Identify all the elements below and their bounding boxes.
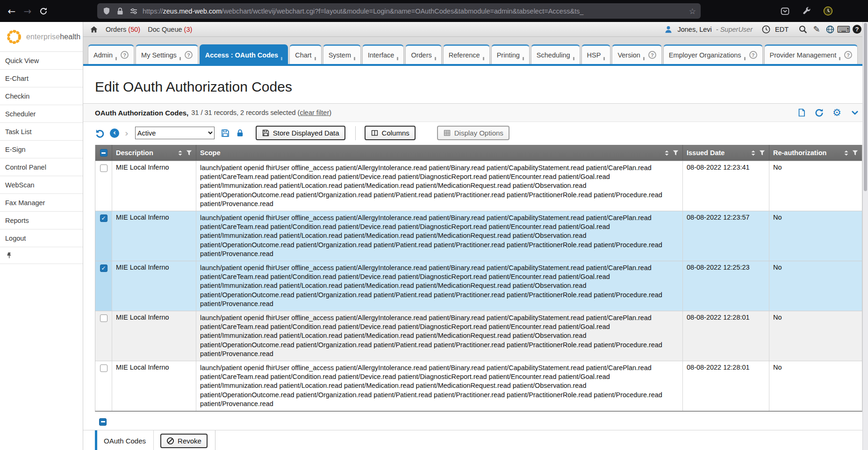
- permissions-sliders-icon[interactable]: [129, 7, 138, 16]
- user-name[interactable]: Jones, Levi: [677, 26, 711, 33]
- home-icon[interactable]: [90, 25, 98, 34]
- select-all-footer-checkbox[interactable]: [99, 418, 107, 426]
- help-icon[interactable]: [844, 51, 852, 59]
- store-displayed-data-button[interactable]: Store Displayed Data: [256, 126, 345, 140]
- table-row[interactable]: MIE Local Inferno launch/patient openid …: [95, 311, 862, 361]
- oauth-codes-footer-tab: OAuth Codes Revoke: [95, 430, 215, 450]
- columns-button[interactable]: Columns: [365, 126, 416, 140]
- sort-icon[interactable]: [751, 150, 756, 156]
- select-all-checkbox[interactable]: [100, 149, 108, 157]
- new-document-icon[interactable]: [796, 108, 806, 118]
- gear-icon[interactable]: [832, 108, 842, 118]
- sidebar-item-e-sign[interactable]: E-Sign: [0, 141, 83, 158]
- browser-forward-icon[interactable]: [20, 3, 36, 19]
- tab-grip-icon: [643, 57, 645, 60]
- records-summary: 31 / 31 records, 2 records selected (: [191, 109, 300, 116]
- active-filter-select[interactable]: Active: [135, 127, 215, 139]
- tab-reference[interactable]: Reference: [443, 44, 490, 64]
- tab-my-settings[interactable]: My Settings: [136, 44, 198, 64]
- lock-filter-icon[interactable]: [235, 128, 245, 138]
- keyboard-icon[interactable]: [839, 25, 848, 34]
- row-checkbox[interactable]: [100, 314, 108, 322]
- save-filter-icon[interactable]: [220, 128, 230, 138]
- sidebar-item-reports[interactable]: Reports: [0, 212, 83, 229]
- tab-employer-organizations[interactable]: Employer Organizations: [663, 44, 763, 64]
- orders-link[interactable]: Orders (50): [106, 26, 140, 33]
- filter-icon[interactable]: [186, 150, 192, 156]
- page-scrollbar[interactable]: [862, 22, 868, 450]
- scope-cell: launch/patient openid fhirUser offline_a…: [196, 361, 683, 411]
- previous-page-icon[interactable]: [110, 129, 119, 138]
- help-icon[interactable]: [749, 51, 757, 59]
- tab-printing[interactable]: Printing: [491, 44, 530, 64]
- browser-reload-icon[interactable]: [36, 3, 51, 19]
- pin-icon[interactable]: [5, 251, 13, 259]
- sidebar-item-control-panel[interactable]: Control Panel: [0, 158, 83, 176]
- collapse-section-icon[interactable]: [850, 108, 860, 118]
- sidebar-item-webscan[interactable]: WebScan: [0, 176, 83, 194]
- tab-chart[interactable]: Chart: [289, 44, 321, 64]
- row-checkbox[interactable]: [100, 214, 108, 222]
- sort-icon[interactable]: [844, 150, 849, 156]
- browser-back-icon[interactable]: [4, 3, 20, 19]
- url-text[interactable]: https://zeus.med-web.com/webchart/wctlev…: [143, 7, 685, 15]
- filter-icon[interactable]: [759, 150, 765, 156]
- row-checkbox[interactable]: [100, 264, 108, 272]
- search-icon[interactable]: [798, 25, 808, 34]
- clear-filter-link[interactable]: clear filter: [300, 109, 329, 116]
- table-row[interactable]: MIE Local Inferno launch/patient openid …: [95, 361, 862, 411]
- undo-icon[interactable]: [95, 128, 105, 138]
- sort-icon[interactable]: [664, 150, 669, 156]
- extension-clock-icon[interactable]: [823, 6, 833, 16]
- sidebar-item-e-chart[interactable]: E-Chart: [0, 70, 83, 87]
- sidebar-item-fax-manager[interactable]: Fax Manager: [0, 194, 83, 212]
- tab-version[interactable]: Version: [612, 44, 661, 64]
- sidebar-item-checkin[interactable]: Checkin: [0, 87, 83, 105]
- filter-icon[interactable]: [673, 150, 679, 156]
- refresh-icon[interactable]: [814, 108, 824, 118]
- tracking-shield-icon[interactable]: [102, 7, 111, 16]
- help-icon[interactable]: [648, 51, 656, 59]
- tab-access-oauth-codes[interactable]: Access : OAuth Codes: [200, 44, 288, 64]
- sidebar-item-scheduler[interactable]: Scheduler: [0, 105, 83, 123]
- globe-icon[interactable]: [825, 25, 835, 34]
- tab-system[interactable]: System: [323, 44, 361, 64]
- display-options-button[interactable]: Display Options: [437, 126, 509, 140]
- row-checkbox[interactable]: [100, 364, 108, 372]
- sidebar-item-quick-view[interactable]: Quick View: [0, 52, 83, 70]
- sidebar-item-logout[interactable]: Logout: [0, 229, 83, 247]
- tab-interface[interactable]: Interface: [362, 44, 404, 64]
- url-bar[interactable]: https://zeus.med-web.com/webchart/wctlev…: [97, 3, 701, 19]
- tab-provider-management[interactable]: Provider Management: [764, 44, 858, 64]
- sort-icon[interactable]: [178, 150, 183, 156]
- description-cell: MIE Local Inferno: [112, 161, 196, 211]
- scrollbar-thumb[interactable]: [864, 23, 867, 191]
- help-icon[interactable]: [853, 25, 861, 34]
- help-icon[interactable]: [121, 51, 129, 59]
- table-row[interactable]: MIE Local Inferno launch/patient openid …: [95, 211, 862, 261]
- table-row[interactable]: MIE Local Inferno launch/patient openid …: [95, 261, 862, 311]
- footer-tab-label[interactable]: OAuth Codes: [104, 437, 146, 445]
- tab-admin[interactable]: Admin: [88, 44, 134, 64]
- column-header-scope[interactable]: Scope: [200, 149, 221, 157]
- pocket-icon[interactable]: [780, 6, 790, 16]
- tab-orders[interactable]: Orders: [405, 44, 441, 64]
- column-header-description[interactable]: Description: [116, 149, 153, 157]
- next-page-icon[interactable]: [125, 128, 129, 138]
- bookmark-star-icon[interactable]: [689, 7, 696, 16]
- issued-date-cell: 08-08-2022 12:28:01: [683, 311, 769, 361]
- help-icon[interactable]: [185, 51, 193, 59]
- revoke-button[interactable]: Revoke: [160, 434, 208, 448]
- sidebar-item-task-list[interactable]: Task List: [0, 123, 83, 141]
- tab-hsp[interactable]: HSP: [581, 44, 611, 64]
- tab-scheduling[interactable]: Scheduling: [531, 44, 580, 64]
- column-header-reauthorization[interactable]: Re-authorization: [773, 149, 826, 157]
- filter-icon[interactable]: [852, 150, 858, 156]
- column-header-issued-date[interactable]: Issued Date: [687, 149, 725, 157]
- lock-icon[interactable]: [115, 7, 125, 16]
- tools-wrench-icon[interactable]: [802, 6, 812, 16]
- table-row[interactable]: MIE Local Inferno launch/patient openid …: [95, 161, 862, 211]
- row-checkbox[interactable]: [100, 164, 108, 172]
- doc-queue-link[interactable]: Doc Queue (3): [148, 26, 192, 33]
- edit-icon[interactable]: [812, 25, 821, 34]
